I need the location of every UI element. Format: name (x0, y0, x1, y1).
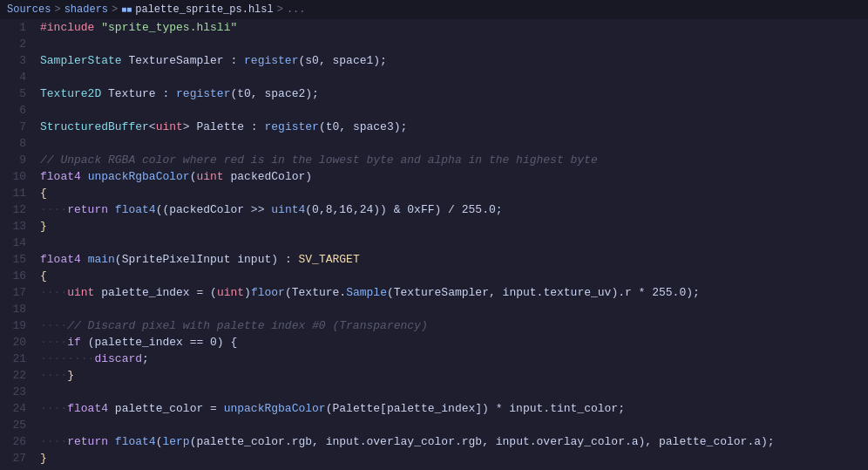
line-number: 25 (0, 417, 37, 433)
line-number: 15 (0, 251, 37, 268)
line-content: ····return float4(lerp(palette_color.rgb… (37, 433, 868, 450)
line-content: } (37, 450, 868, 467)
line-number: 8 (0, 135, 37, 152)
line-number: 10 (0, 168, 37, 185)
line-content (37, 384, 868, 400)
code-line: 1#include "sprite_types.hlsli" (0, 19, 868, 36)
code-line: 7StructuredBuffer<uint> Palette : regist… (0, 119, 868, 135)
line-number: 24 (0, 400, 37, 417)
code-line: 21········discard; (0, 351, 868, 367)
line-content: ····float4 palette_color = unpackRgbaCol… (37, 400, 868, 417)
line-content: float4 main(SpritePixelInput input) : SV… (37, 251, 868, 268)
line-number: 7 (0, 119, 37, 135)
line-content: StructuredBuffer<uint> Palette : registe… (37, 119, 868, 135)
bc-sep1: > (54, 3, 60, 16)
code-area: 1#include "sprite_types.hlsli"2 3Sampler… (0, 19, 868, 470)
line-content: ········discard; (37, 351, 868, 367)
line-content: #include "sprite_types.hlsli" (37, 19, 868, 36)
code-line: 25 (0, 417, 868, 433)
code-line: 4 (0, 69, 868, 85)
code-line: 5Texture2D Texture : register(t0, space2… (0, 85, 868, 102)
line-content: Texture2D Texture : register(t0, space2)… (37, 85, 868, 102)
line-content: { (37, 185, 868, 201)
line-number: 6 (0, 102, 37, 119)
code-line: 24····float4 palette_color = unpackRgbaC… (0, 400, 868, 417)
line-content: } (37, 218, 868, 235)
code-line: 15float4 main(SpritePixelInput input) : … (0, 251, 868, 268)
line-number: 19 (0, 317, 37, 334)
bc-sources[interactable]: Sources (7, 3, 51, 16)
code-line: 9// Unpack RGBA color where red is in th… (0, 152, 868, 168)
line-number: 2 (0, 36, 37, 52)
line-content: ····return float4((packedColor >> uint4(… (37, 201, 868, 218)
code-line: 13} (0, 218, 868, 235)
line-content (37, 301, 868, 317)
line-number: 17 (0, 284, 37, 301)
bc-sep3: > (277, 3, 283, 16)
line-number: 3 (0, 52, 37, 69)
code-line: 26····return float4(lerp(palette_color.r… (0, 433, 868, 450)
line-content: { (37, 268, 868, 284)
code-line: 3SamplerState TextureSampler : register(… (0, 52, 868, 69)
breadcrumb: Sources > shaders > ■■ palette_sprite_ps… (0, 0, 868, 19)
line-content (37, 417, 868, 433)
code-line: 12····return float4((packedColor >> uint… (0, 201, 868, 218)
line-content: ····// Discard pixel with palette index … (37, 317, 868, 334)
bc-ellipsis: ... (287, 3, 306, 16)
line-content (37, 102, 868, 119)
line-number: 5 (0, 85, 37, 102)
line-number: 18 (0, 301, 37, 317)
line-number: 26 (0, 433, 37, 450)
line-content: ····if (palette_index == 0) { (37, 334, 868, 351)
line-content (37, 235, 868, 251)
bc-sep2: > (112, 3, 118, 16)
line-number: 16 (0, 268, 37, 284)
code-line: 19····// Discard pixel with palette inde… (0, 317, 868, 334)
code-line: 20····if (palette_index == 0) { (0, 334, 868, 351)
line-number: 12 (0, 201, 37, 218)
line-number: 27 (0, 450, 37, 467)
line-number: 1 (0, 19, 37, 36)
code-line: 8 (0, 135, 868, 152)
line-number: 9 (0, 152, 37, 168)
line-number: 4 (0, 69, 37, 85)
code-line: 17····uint palette_index = (uint)floor(T… (0, 284, 868, 301)
code-line: 18 (0, 301, 868, 317)
line-number: 21 (0, 351, 37, 367)
code-line: 6 (0, 102, 868, 119)
code-line: 16{ (0, 268, 868, 284)
line-content (37, 135, 868, 152)
code-line: 10float4 unpackRgbaColor(uint packedColo… (0, 168, 868, 185)
line-number: 13 (0, 218, 37, 235)
line-number: 23 (0, 384, 37, 400)
line-number: 14 (0, 235, 37, 251)
line-content: float4 unpackRgbaColor(uint packedColor) (37, 168, 868, 185)
line-number: 22 (0, 367, 37, 384)
bc-shaders[interactable]: shaders (64, 3, 108, 16)
code-line: 2 (0, 36, 868, 52)
code-line: 14 (0, 235, 868, 251)
line-content (37, 36, 868, 52)
line-content: // Unpack RGBA color where red is in the… (37, 152, 868, 168)
line-content: ····} (37, 367, 868, 384)
code-line: 22····} (0, 367, 868, 384)
code-line: 11{ (0, 185, 868, 201)
line-content: SamplerState TextureSampler : register(s… (37, 52, 868, 69)
bc-file[interactable]: palette_sprite_ps.hlsl (135, 3, 273, 16)
code-line: 23 (0, 384, 868, 400)
line-content: ····uint palette_index = (uint)floor(Tex… (37, 284, 868, 301)
line-content (37, 69, 868, 85)
bc-icon: ■■ (121, 5, 132, 15)
code-line: 27} (0, 450, 868, 467)
line-number: 11 (0, 185, 37, 201)
line-number: 20 (0, 334, 37, 351)
